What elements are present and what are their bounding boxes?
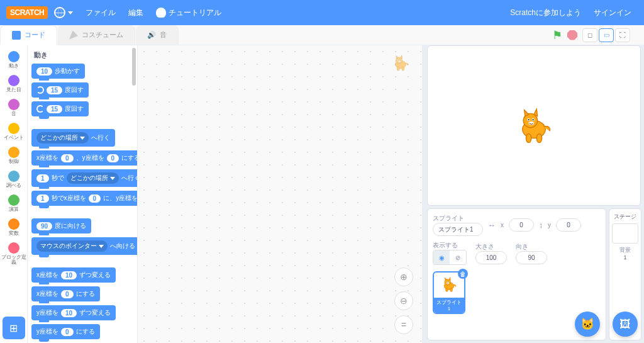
block-text: ずつ変える	[79, 271, 111, 279]
tab-label: コスチューム	[82, 30, 123, 40]
block-input[interactable]: 0	[107, 154, 119, 162]
block-input[interactable]: 0	[61, 328, 74, 336]
stage[interactable]	[427, 45, 641, 206]
sprite-name-input[interactable]	[433, 223, 483, 236]
language-menu[interactable]	[48, 7, 79, 18]
zoom-in-button[interactable]: ⊕	[394, 267, 413, 286]
block-change-x[interactable]: x座標を10ずつ変える	[31, 267, 116, 283]
globe-icon	[54, 7, 65, 18]
block-input[interactable]: 10	[36, 67, 52, 76]
tab-costumes[interactable]: コスチューム	[58, 25, 135, 45]
block-change-y[interactable]: y座標を10ずつ変える	[31, 305, 116, 320]
block-input[interactable]: 15	[47, 86, 62, 94]
delete-sprite-button[interactable]: 🗑	[458, 269, 468, 279]
block-goto-xy[interactable]: x座標を0、y座標を0にする	[31, 150, 138, 166]
block-input[interactable]: 10	[61, 271, 77, 279]
block-text: に、y座標を	[103, 194, 138, 203]
sprite-thumb-name: スプライト1	[434, 298, 464, 313]
category-見た目[interactable]: 見た目	[0, 72, 27, 96]
block-input[interactable]: 90	[36, 222, 52, 230]
visibility-toggle: ◉ ⊘	[433, 250, 467, 265]
block-dropdown[interactable]: どこかの場所	[36, 132, 89, 143]
sprite-size-input[interactable]	[475, 251, 507, 264]
category-演算[interactable]: 演算	[0, 191, 27, 215]
sprite-x-input[interactable]	[509, 218, 534, 232]
edit-menu[interactable]: 編集	[122, 8, 150, 18]
signin-button[interactable]: サインイン	[587, 8, 638, 18]
category-label: 制御	[9, 159, 19, 164]
file-menu[interactable]: ファイル	[79, 8, 122, 18]
category-調べる[interactable]: 調べる	[0, 167, 27, 191]
block-move-steps[interactable]: 10歩動かす	[31, 64, 85, 79]
turn-cw-icon	[36, 86, 44, 94]
stop-button[interactable]	[567, 30, 577, 40]
sprite-thumb-icon	[438, 275, 460, 294]
dropdown-label: マウスのポインター	[40, 242, 97, 250]
small-stage-button[interactable]: ◻	[582, 28, 597, 42]
script-workspace[interactable]: ⊕ ⊖ =	[138, 45, 422, 343]
category-変数[interactable]: 変数	[0, 215, 27, 239]
sprite-direction-input[interactable]	[516, 251, 547, 264]
show-button[interactable]: ◉	[433, 250, 450, 264]
block-dropdown[interactable]: どこかの場所	[67, 172, 119, 184]
sprite-watermark-icon	[391, 53, 411, 73]
category-label: 調べる	[6, 183, 21, 188]
category-label: ブロック定義	[0, 255, 27, 265]
size-label: 大きさ	[475, 242, 507, 251]
block-turn-ccw[interactable]: 15度回す	[31, 101, 89, 116]
category-dot-icon	[8, 194, 19, 206]
hide-button[interactable]: ⊘	[450, 250, 466, 264]
tab-code[interactable]: コード	[0, 25, 57, 45]
block-input[interactable]: 0	[61, 154, 74, 162]
caret-down-icon	[80, 137, 85, 140]
stage-thumbnail[interactable]	[612, 223, 638, 244]
block-input[interactable]: 10	[61, 309, 77, 317]
add-extension-button[interactable]: ⊞	[3, 317, 25, 339]
palette-scrollbar[interactable]	[132, 48, 136, 86]
block-set-y[interactable]: y座標を0にする	[31, 324, 100, 339]
block-point-towards[interactable]: マウスのポインターへ向ける	[31, 237, 138, 255]
fullscreen-button[interactable]: ⛶	[615, 28, 630, 42]
tab-sounds[interactable]: 音	[136, 25, 179, 45]
block-input[interactable]: 15	[47, 105, 62, 113]
tutorials-button[interactable]: チュートリアル	[150, 8, 228, 18]
category-dot-icon	[8, 218, 19, 230]
costume-icon	[69, 31, 78, 40]
stage-panel-title: ステージ	[612, 213, 638, 221]
block-text: にする	[76, 290, 95, 298]
block-input[interactable]: 0	[61, 290, 74, 298]
block-set-x[interactable]: x座標を0にする	[31, 286, 100, 301]
block-input[interactable]: 0	[89, 194, 101, 203]
category-制御[interactable]: 制御	[0, 143, 27, 167]
block-text: へ行く	[121, 174, 138, 183]
dropdown-label: どこかの場所	[70, 174, 108, 183]
block-input[interactable]: 1	[36, 174, 49, 183]
stage-size-controls: ◻ ▭ ⛶	[582, 28, 630, 42]
block-dropdown[interactable]: マウスのポインター	[36, 240, 108, 252]
category-dot-icon	[8, 123, 19, 134]
block-glide-xy[interactable]: 1秒でx座標を0に、y座標を	[31, 191, 138, 206]
join-scratch-button[interactable]: Scratchに参加しよう	[504, 8, 587, 18]
add-sprite-button[interactable]: 🐱	[575, 312, 600, 337]
category-dot-icon	[8, 99, 19, 110]
block-point-direction[interactable]: 90度に向ける	[31, 218, 91, 233]
category-イベント[interactable]: イベント	[0, 120, 27, 143]
block-text: 歩動かす	[55, 67, 80, 76]
sprite-y-input[interactable]	[556, 218, 581, 232]
category-音[interactable]: 音	[0, 96, 27, 120]
block-palette: 動き 10歩動かす 15度回す 15度回す どこかの場所へ行く x座標を0、y座…	[28, 45, 138, 343]
zoom-out-button[interactable]: ⊖	[394, 291, 413, 310]
green-flag-button[interactable]: ⚑	[552, 28, 562, 42]
block-goto-random[interactable]: どこかの場所へ行く	[31, 129, 115, 147]
category-動き[interactable]: 動き	[0, 48, 27, 72]
sprite-thumbnail[interactable]: 🗑 スプライト1	[433, 271, 465, 314]
zoom-reset-button[interactable]: =	[394, 315, 413, 334]
category-ブロック定義[interactable]: ブロック定義	[0, 239, 27, 268]
block-turn-cw[interactable]: 15度回す	[31, 82, 89, 98]
tab-label: コード	[25, 30, 45, 40]
block-input[interactable]: 1	[36, 194, 49, 203]
add-backdrop-button[interactable]: 🖼	[613, 312, 638, 337]
large-stage-button[interactable]: ▭	[599, 28, 614, 42]
sprite-on-stage[interactable]	[512, 104, 556, 148]
block-glide-random[interactable]: 1秒でどこかの場所へ行く	[31, 169, 138, 187]
